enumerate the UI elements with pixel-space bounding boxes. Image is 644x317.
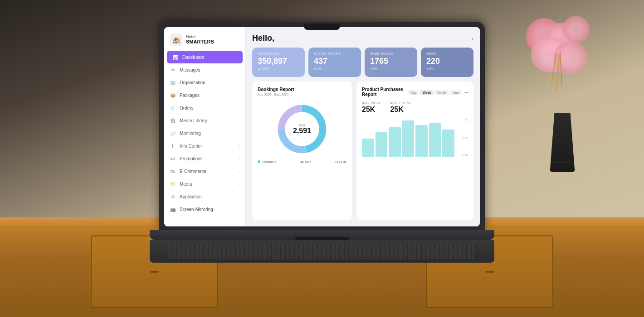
- purchases-title-group: Product Purchases Report: [362, 87, 408, 98]
- arrow-neutral3-icon: ●: [426, 67, 428, 70]
- tab-month[interactable]: Month: [434, 90, 449, 95]
- sidebar-item-dashboard[interactable]: 📊 Daseboard: [167, 51, 243, 63]
- donut-center-label: total 2,591: [293, 124, 311, 135]
- screen-mirroring-icon: 📺: [170, 206, 176, 212]
- purchases-report-card: Product Purchases Report Day Week Month …: [356, 82, 473, 220]
- bar-1: [376, 132, 388, 157]
- sidebar-item-monitoring[interactable]: 📈 Monitoring: [164, 127, 245, 139]
- info-center-chevron: ›: [239, 144, 240, 148]
- stat-label-active-rooms: ACTIVE ROOMS: [314, 52, 356, 55]
- sidebar: 🏨 Hotel SMARTERS 📊 Daseboard: [164, 27, 246, 226]
- organization-chevron: ›: [239, 81, 240, 85]
- stat-card-active-rooms: ACTIVE ROOMS 437 ● 0%: [308, 48, 361, 77]
- ecommerce-icon: 🛍: [170, 168, 176, 174]
- time-tabs: Day Week Month Year: [408, 90, 462, 95]
- sidebar-label-screen-mirroring: Screen Mirroring: [180, 207, 213, 212]
- sidebar-label-orders: Orders: [180, 106, 194, 110]
- sidebar-label-promotions: Promotions: [180, 156, 203, 161]
- arrow-neutral-icon: ●: [314, 67, 316, 70]
- avg-count-value: 25K: [390, 106, 411, 114]
- main-content: Hello, › PURCHASES 350,897 ▲ 0.4%: [246, 27, 480, 226]
- bookings-title: Bookings Report: [258, 87, 346, 92]
- sidebar-item-info-center[interactable]: ℹ Info Center ›: [164, 139, 245, 152]
- stat-label-purchases: PURCHASES: [258, 52, 299, 55]
- stat-value-purchases: 350,897: [258, 57, 299, 65]
- orders-icon: 🛒: [170, 105, 176, 111]
- stat-change-free-rooms: ● 0%: [370, 67, 412, 70]
- sidebar-label-info-center: Info Center: [180, 144, 202, 149]
- avg-price-stat: AVG. PRICE 25K: [362, 101, 381, 114]
- tab-year[interactable]: Year: [450, 90, 462, 95]
- room-background: 🏨 Hotel SMARTERS 📊 Daseboard: [0, 0, 644, 317]
- laptop-base: [150, 230, 494, 240]
- stat-card-free-rooms: FREE ROOMS 1765 ● 0%: [365, 48, 417, 77]
- laptop: 🏨 Hotel SMARTERS 📊 Daseboard: [159, 22, 485, 263]
- stat-change-news: ● 0%: [426, 67, 468, 70]
- sidebar-item-organization[interactable]: 🏢 Organization ›: [164, 76, 245, 89]
- logo-text: Hotel SMARTERS: [186, 35, 214, 45]
- media-icon: 📁: [170, 181, 176, 187]
- promotions-chevron: ›: [239, 157, 240, 161]
- media-library-icon: 🖼: [170, 117, 176, 124]
- logo-icon: 🏨: [170, 34, 182, 46]
- sidebar-label-ecommerce: E-Commerce: [180, 169, 206, 174]
- logo: 🏨 Hotel SMARTERS: [164, 27, 245, 51]
- organization-icon: 🏢: [170, 79, 176, 86]
- legend-value: 1179.94: [335, 160, 346, 163]
- sidebar-item-media[interactable]: 📁 Media ›: [164, 178, 245, 190]
- purchases-stats: AVG. PRICE 25K AVG. COUNT 25K: [362, 101, 468, 114]
- ecommerce-chevron: ›: [239, 169, 240, 173]
- stat-value-free-rooms: 1765: [370, 57, 412, 65]
- app-screen: 🏨 Hotel SMARTERS 📊 Daseboard: [164, 27, 480, 226]
- avg-count-stat: AVG. COUNT 25K: [390, 101, 411, 114]
- stat-label-news: NEWS: [426, 52, 468, 55]
- monitoring-icon: 📈: [170, 130, 176, 136]
- stats-row: PURCHASES 350,897 ▲ 0.4% ACTIVE ROOMS 43…: [252, 48, 473, 77]
- dashboard-icon: 📊: [172, 54, 179, 60]
- minimize-button[interactable]: −: [464, 89, 468, 96]
- info-center-icon: ℹ: [170, 143, 176, 149]
- tab-week[interactable]: Week: [420, 90, 434, 95]
- chart-legend: Dataset 1 46.54% 1179.94: [258, 160, 346, 163]
- sidebar-item-packages[interactable]: 📦 Packages: [164, 89, 245, 101]
- sidebar-item-ecommerce[interactable]: 🛍 E-Commerce ›: [164, 165, 245, 178]
- application-icon: ⚙: [170, 193, 176, 200]
- sidebar-item-application[interactable]: ⚙ Application: [164, 190, 245, 203]
- avg-price-label: AVG. PRICE: [362, 101, 381, 105]
- stat-card-news: NEWS 220 ● 0%: [421, 48, 473, 77]
- sidebar-label-application: Application: [180, 194, 202, 199]
- messages-icon: ✉: [170, 67, 176, 73]
- avg-price-value: 25K: [362, 106, 381, 114]
- packages-icon: 📦: [170, 92, 176, 98]
- logo-smarters: SMARTERS: [186, 39, 214, 45]
- sidebar-label-dashboard: Daseboard: [182, 55, 205, 60]
- legend-percent: 46.54%: [300, 160, 311, 163]
- purchases-header: Product Purchases Report Day Week Month …: [362, 87, 468, 98]
- arrow-neutral2-icon: ●: [370, 67, 372, 70]
- sidebar-item-orders[interactable]: 🛒 Orders: [164, 101, 245, 114]
- bookings-report-card: Bookings Report Aug 2024 - Sept 2024: [252, 82, 352, 220]
- sidebar-navigation: 📊 Daseboard ✉ Messages 🏢 Organization: [164, 51, 245, 226]
- sidebar-item-messages[interactable]: ✉ Messages: [164, 63, 245, 76]
- bar-3: [402, 120, 415, 157]
- sidebar-item-screen-mirroring[interactable]: 📺 Screen Mirroring: [164, 203, 245, 216]
- bar-0: [362, 139, 374, 157]
- avg-count-label: AVG. COUNT: [390, 101, 411, 105]
- sidebar-label-organization: Organization: [180, 80, 205, 85]
- logo-hotel: Hotel: [186, 35, 214, 39]
- bar-6: [442, 130, 454, 157]
- header-arrow[interactable]: ›: [471, 35, 473, 42]
- purchases-title: Product Purchases Report: [362, 87, 408, 97]
- sidebar-item-media-library[interactable]: 🖼 Media Library: [164, 114, 245, 127]
- arrow-up-icon: ▲: [258, 67, 261, 70]
- tab-day[interactable]: Day: [408, 90, 419, 95]
- bookings-subtitle: Aug 2024 - Sept 2024: [258, 93, 346, 96]
- greeting-text: Hello,: [252, 34, 274, 43]
- plant-decoration: [517, 14, 608, 172]
- sidebar-label-monitoring: Monitoring: [180, 131, 201, 136]
- stat-card-purchases: PURCHASES 350,897 ▲ 0.4%: [252, 48, 305, 77]
- stat-label-free-rooms: FREE ROOMS: [370, 52, 412, 55]
- sidebar-item-promotions[interactable]: 🏷 Promotions ›: [164, 152, 245, 165]
- donut-chart-container: total 2,591: [258, 100, 346, 158]
- donut-total-value: 2,591: [293, 127, 311, 134]
